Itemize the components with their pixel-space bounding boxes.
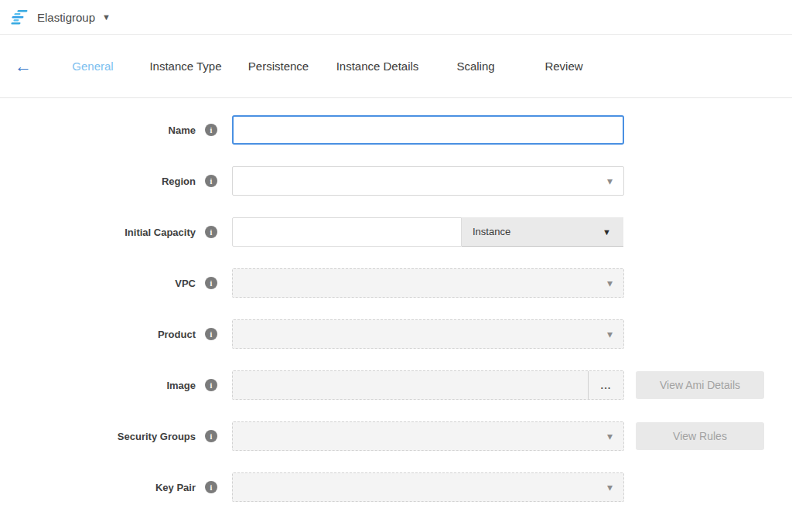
- initial-capacity-input[interactable]: [233, 218, 461, 246]
- tab-scaling[interactable]: Scaling: [430, 60, 521, 73]
- view-rules-button[interactable]: View Rules: [636, 422, 764, 450]
- chevron-down-icon: ▾: [607, 176, 613, 186]
- vpc-row: VPC i ▾: [0, 268, 792, 298]
- tab-persistence[interactable]: Persistence: [232, 60, 325, 73]
- name-info-icon[interactable]: i: [205, 124, 217, 136]
- view-ami-details-button[interactable]: View Ami Details: [636, 371, 764, 399]
- key-pair-select: ▾: [232, 472, 624, 502]
- name-row: Name i: [0, 115, 792, 145]
- security-groups-select: ▾: [232, 421, 624, 451]
- product-label: Product: [158, 329, 196, 340]
- tab-general[interactable]: General: [46, 60, 139, 73]
- initial-capacity-input-wrap: [232, 217, 462, 247]
- initial-capacity-row: Initial Capacity i Instance ▼: [0, 217, 792, 247]
- image-input-wrap: ...: [232, 370, 624, 400]
- image-info-icon[interactable]: i: [205, 379, 217, 391]
- initial-capacity-info-icon[interactable]: i: [205, 226, 217, 238]
- app-switcher-label[interactable]: Elastigroup: [37, 11, 95, 24]
- region-label: Region: [162, 176, 196, 187]
- vpc-info-icon[interactable]: i: [205, 277, 217, 289]
- initial-capacity-label: Initial Capacity: [125, 227, 196, 238]
- vpc-select: ▾: [232, 268, 624, 298]
- tab-instance-details[interactable]: Instance Details: [325, 60, 430, 73]
- capacity-unit-select[interactable]: Instance ▼: [462, 217, 623, 247]
- key-pair-row: Key Pair i ▾: [0, 472, 792, 502]
- security-groups-info-icon[interactable]: i: [205, 430, 217, 442]
- top-bar: Elastigroup ▼: [0, 0, 792, 35]
- image-browse-button[interactable]: ...: [588, 371, 623, 399]
- image-label: Image: [166, 380, 196, 391]
- tab-instance-type[interactable]: Instance Type: [139, 60, 232, 73]
- product-select: ▾: [232, 319, 624, 349]
- chevron-down-icon: ▾: [607, 329, 613, 339]
- security-groups-label: Security Groups: [118, 431, 196, 442]
- vpc-label: VPC: [175, 278, 196, 289]
- chevron-down-icon: ▾: [607, 482, 613, 493]
- chevron-down-icon: ▾: [607, 278, 613, 288]
- product-info-icon[interactable]: i: [205, 328, 217, 340]
- tab-review[interactable]: Review: [521, 60, 606, 73]
- region-select[interactable]: ▾: [232, 166, 624, 196]
- capacity-unit-value: Instance: [473, 226, 510, 237]
- chevron-down-icon: ▾: [607, 431, 613, 442]
- app-switcher-caret-icon[interactable]: ▼: [102, 13, 111, 22]
- name-input-wrap: [232, 115, 624, 145]
- key-pair-label: Key Pair: [155, 482, 196, 493]
- product-row: Product i ▾: [0, 319, 792, 349]
- key-pair-info-icon[interactable]: i: [205, 481, 217, 493]
- region-info-icon[interactable]: i: [205, 175, 217, 187]
- wizard-tab-bar: ← General Instance Type Persistence Inst…: [0, 35, 792, 98]
- elastigroup-logo-icon: [11, 9, 29, 25]
- security-groups-row: Security Groups i ▾ View Rules: [0, 421, 792, 451]
- image-row: Image i ... View Ami Details: [0, 370, 792, 400]
- region-row: Region i ▾: [0, 166, 792, 196]
- name-input[interactable]: [234, 117, 623, 143]
- general-settings-form: Name i Region i ▾ Initial Capacity i: [0, 98, 792, 502]
- image-input: [233, 371, 588, 399]
- name-label: Name: [169, 124, 196, 136]
- chevron-down-icon: ▼: [603, 227, 611, 236]
- back-arrow-icon[interactable]: ←: [0, 58, 46, 75]
